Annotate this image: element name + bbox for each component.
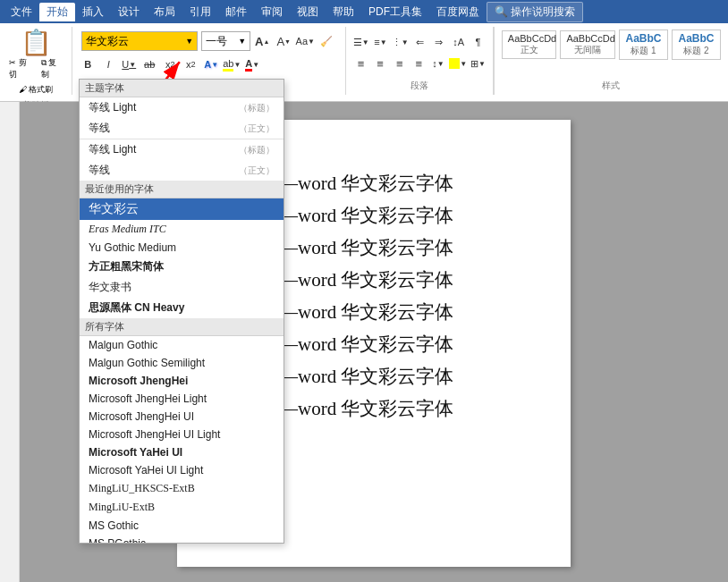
text-highlight-button[interactable]: ab▼ <box>222 55 241 74</box>
font-shrink-button[interactable]: A▼ <box>274 31 293 51</box>
style-no-spacing[interactable]: AaBbCcDd 无间隔 <box>560 30 615 59</box>
font-item-ms-pgothic[interactable]: MS PGothic <box>80 535 284 544</box>
paragraph-group: ☰▼ ≡▼ ⋮▼ ⇐ ⇒ ↕A ¶ ≡ ≡ ≡ ≡ ↕▼ ▼ ⊞▼ 段落 <box>346 27 494 95</box>
font-item-ms-gothic[interactable]: MS Gothic <box>80 517 284 535</box>
format-painter-button[interactable]: 🖌 格式刷 <box>15 82 57 97</box>
bullets-button[interactable]: ☰▼ <box>351 32 370 52</box>
font-toolbar-row1: 华文彩云 ▼ 一号 ▼ A▲ A▼ Aa▼ 🧹 <box>78 30 340 53</box>
font-item-dengxian-light-2[interactable]: 等线 Light （标题） <box>80 139 284 160</box>
font-item-ms-yaHei-ui[interactable]: Microsoft YaHei UI <box>80 443 284 461</box>
format-painter-icon: 🖌 <box>19 85 27 94</box>
underline-button[interactable]: U▼ <box>119 55 139 74</box>
style-heading2[interactable]: AaBbC 标题 2 <box>672 30 721 60</box>
font-item-malgun-gothic[interactable]: Malgun Gothic <box>80 336 284 354</box>
font-item-ms-jhenghei-light[interactable]: Microsoft JhengHei Light <box>80 390 284 408</box>
font-item-huawen-caiYun[interactable]: 华文彩云 <box>80 198 284 220</box>
menu-search[interactable]: 🔍 操作说明搜索 <box>487 2 583 22</box>
style-heading1[interactable]: AaBbC 标题 1 <box>619 30 668 60</box>
font-item-eras-medium[interactable]: Eras Medium ITC <box>80 220 284 239</box>
menu-design[interactable]: 设计 <box>111 3 147 21</box>
font-size-arrow[interactable]: ▼ <box>238 37 246 46</box>
font-item-mingliu-extb[interactable]: MingLiU-ExtB <box>80 498 284 517</box>
font-item-dengxian-light-1[interactable]: 等线 Light （标题） <box>80 97 284 118</box>
shading-button[interactable]: ▼ <box>448 54 468 73</box>
font-item-ms-yaHei-ui-light[interactable]: Microsoft YaHei UI Light <box>80 461 284 479</box>
line-spacing-button[interactable]: ↕▼ <box>429 54 448 73</box>
sort-button[interactable]: ↕A <box>449 32 468 52</box>
italic-button[interactable]: I <box>98 55 118 74</box>
font-dropdown: 主题字体 等线 Light （标题） 等线 （正文） 等线 Light （标题）… <box>79 79 284 544</box>
left-ruler <box>0 102 20 582</box>
font-item-fangzheng[interactable]: 方正粗黑宋简体 <box>80 257 284 277</box>
recent-fonts-title: 最近使用的字体 <box>80 181 284 198</box>
menu-review[interactable]: 审阅 <box>254 3 290 21</box>
change-case-button[interactable]: Aa▼ <box>295 31 315 51</box>
font-item-ms-jhenghei[interactable]: Microsoft JhengHei <box>80 372 284 390</box>
font-name-box[interactable]: 华文彩云 ▼ <box>81 31 198 51</box>
superscript-button[interactable]: x2 <box>181 55 200 74</box>
text-effect-button[interactable]: A▼ <box>201 55 221 74</box>
font-size-box[interactable]: 一号 ▼ <box>201 31 250 51</box>
styles-group: AaBbCcDd 正文 AaBbCcDd 无间隔 AaBbC 标题 1 AaBb… <box>494 27 728 95</box>
cut-button[interactable]: ✂ 剪切 <box>5 55 37 82</box>
font-dropdown-arrow[interactable]: ▼ <box>185 37 193 46</box>
show-marks-button[interactable]: ¶ <box>469 32 487 52</box>
menu-help[interactable]: 帮助 <box>326 3 361 21</box>
menu-baidu[interactable]: 百度网盘 <box>429 3 487 21</box>
all-fonts-title: 所有字体 <box>80 318 284 336</box>
menu-insert[interactable]: 插入 <box>75 3 111 21</box>
justify-button[interactable]: ≡ <box>410 54 428 73</box>
font-color-button[interactable]: A▼ <box>242 55 262 74</box>
subscript-button[interactable]: x2 <box>160 55 180 74</box>
strikethrough-button[interactable]: ab <box>140 55 159 74</box>
menu-home[interactable]: 开始 <box>39 3 75 21</box>
styles-label: 样式 <box>502 78 721 92</box>
font-item-huawen-lishu[interactable]: 华文隶书 <box>80 277 284 298</box>
font-item-dengxian-1[interactable]: 等线 （正文） <box>80 118 284 139</box>
borders-button[interactable]: ⊞▼ <box>469 54 487 73</box>
style-normal[interactable]: AaBbCcDd 正文 <box>502 30 557 59</box>
font-item-malgun-gothic-semi[interactable]: Malgun Gothic Semilight <box>80 354 284 372</box>
copy-button[interactable]: ⧉ 复制 <box>38 55 67 82</box>
menu-file[interactable]: 文件 <box>4 3 39 21</box>
search-icon: 🔍 <box>495 5 508 18</box>
menu-layout[interactable]: 布局 <box>147 3 182 21</box>
menu-view[interactable]: 视图 <box>290 3 326 21</box>
highlight-icon: ab <box>223 58 233 72</box>
font-item-ms-jhenghei-ui-light[interactable]: Microsoft JhengHei UI Light <box>80 426 284 443</box>
align-center-button[interactable]: ≡ <box>371 54 390 73</box>
font-item-dengxian-2[interactable]: 等线 （正文） <box>80 160 284 181</box>
paste-button[interactable]: 📋 <box>21 30 52 55</box>
menu-mail[interactable]: 邮件 <box>218 3 254 21</box>
decrease-indent-button[interactable]: ⇐ <box>411 32 429 52</box>
theme-fonts-title: 主题字体 <box>80 80 284 97</box>
increase-indent-button[interactable]: ⇒ <box>429 32 448 52</box>
numbering-button[interactable]: ≡▼ <box>371 32 390 52</box>
eraser-icon: 🧹 <box>320 36 333 47</box>
font-color-icon: A <box>245 58 252 72</box>
align-right-button[interactable]: ≡ <box>390 54 409 73</box>
font-item-siyuan-heavy[interactable]: 思源黑体 CN Heavy <box>80 298 284 318</box>
font-grow-button[interactable]: A▲ <box>252 31 272 51</box>
clear-format-button[interactable]: 🧹 <box>317 31 336 51</box>
cut-icon: ✂ <box>9 58 16 67</box>
bold-button[interactable]: B <box>78 55 97 74</box>
font-item-yu-gothic[interactable]: Yu Gothic Medium <box>80 239 284 257</box>
paragraph-label: 段落 <box>351 78 487 92</box>
align-left-button[interactable]: ≡ <box>351 54 370 73</box>
menu-bar: 文件 开始 插入 设计 布局 引用 邮件 审阅 视图 帮助 PDF工具集 百度网… <box>0 0 728 23</box>
copy-icon: ⧉ <box>41 58 47 67</box>
menu-reference[interactable]: 引用 <box>182 3 218 21</box>
font-item-mingliu-hkscs[interactable]: MingLiU_HKSCS-ExtB <box>80 479 284 498</box>
font-item-ms-jhenghei-ui[interactable]: Microsoft JhengHei UI <box>80 408 284 426</box>
clipboard-group: 📋 ✂ 剪切 ⧉ 复制 🖌 格式刷 剪贴板 <box>0 27 72 95</box>
font-toolbar-row2: B I U▼ ab x2 x2 A▼ ab▼ A▼ <box>78 55 340 74</box>
menu-pdf[interactable]: PDF工具集 <box>361 3 429 21</box>
multilevel-list-button[interactable]: ⋮▼ <box>391 32 410 52</box>
